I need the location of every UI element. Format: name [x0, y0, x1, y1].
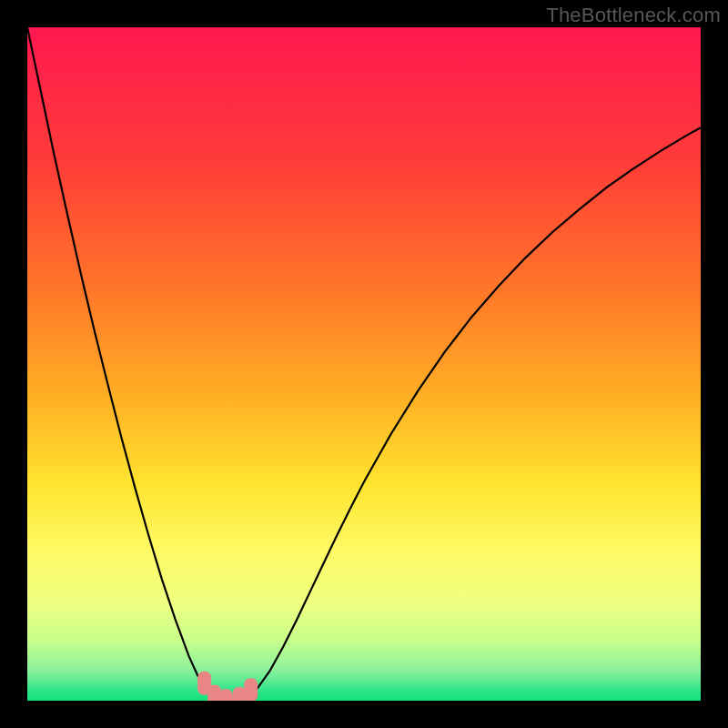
svg-rect-0 — [27, 27, 701, 701]
plot-area — [27, 27, 701, 701]
chart-frame: TheBottleneck.com — [0, 0, 728, 728]
watermark-text: TheBottleneck.com — [546, 4, 721, 27]
background-heatmap — [27, 27, 701, 701]
